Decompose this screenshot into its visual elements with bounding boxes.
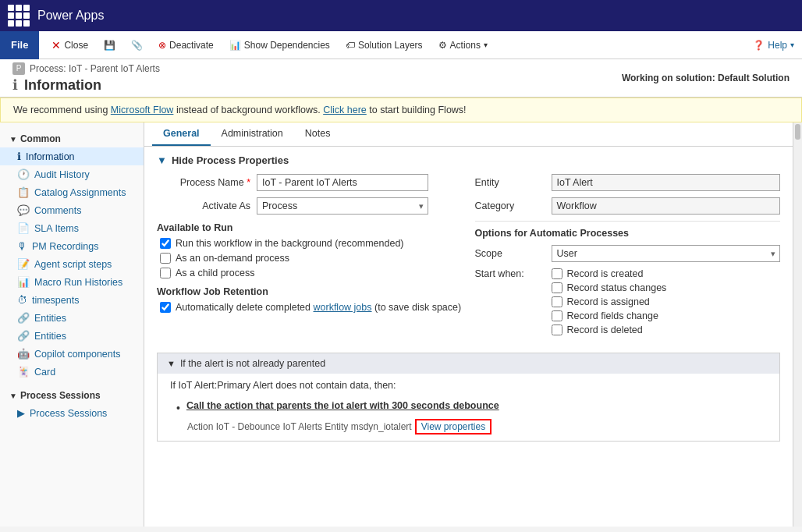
record-assigned-label: Record is assigned — [567, 296, 650, 307]
checkbox-background-row: Run this workflow in the background (rec… — [157, 238, 463, 249]
process-sessions-collapse-icon: ▼ — [9, 392, 17, 400]
file-button[interactable]: File — [0, 31, 39, 59]
entities1-icon: 🔗 — [17, 312, 30, 324]
actions-button[interactable]: ⚙ Actions ▾ — [431, 37, 495, 54]
checkbox-child-row: As a child process — [157, 268, 463, 278]
record-deleted-checkbox[interactable] — [552, 325, 562, 335]
entity-label: Entity — [475, 177, 545, 188]
start-when-checkboxes: Record is created Record status changes … — [552, 268, 667, 339]
sidebar-item-information[interactable]: ℹ Information — [0, 147, 144, 165]
tabs-bar: General Administration Notes — [144, 122, 793, 147]
workflow-condition-header[interactable]: ▼ If the alert is not already parented — [158, 353, 779, 374]
attachment-btn[interactable]: 📎 — [123, 37, 151, 54]
workflow-condition-text: If IoT Alert:Primary Alert does not cont… — [170, 380, 767, 391]
background-workflow-checkbox[interactable] — [160, 238, 171, 249]
main-layout: ▼ Common ℹ Information 🕐 Audit History 📋… — [0, 122, 802, 527]
child-process-checkbox[interactable] — [160, 268, 171, 278]
on-demand-checkbox[interactable] — [160, 253, 171, 264]
attachment-icon: 📎 — [131, 40, 143, 51]
sidebar-item-comments[interactable]: 💬 Comments — [0, 201, 144, 219]
record-fields-label: Record fields change — [567, 310, 658, 321]
breadcrumb-area: P Process: IoT - Parent IoT Alerts ℹ Inf… — [12, 62, 160, 94]
sidebar-item-audit-history[interactable]: 🕐 Audit History — [0, 165, 144, 183]
hide-process-properties-header[interactable]: ▼ Hide Process Properties — [157, 154, 780, 166]
auto-delete-checkbox[interactable] — [160, 302, 171, 313]
page-header: P Process: IoT - Parent IoT Alerts ℹ Inf… — [0, 59, 802, 98]
view-properties-button[interactable]: View properties — [415, 419, 492, 434]
sidebar-item-entities-2[interactable]: 🔗 Entities — [0, 327, 144, 345]
available-to-run-label: Available to Run — [157, 222, 463, 233]
sidebar-item-pm-recordings[interactable]: 🎙 PM Recordings — [0, 237, 144, 255]
scope-select[interactable]: User — [552, 245, 781, 262]
sidebar-item-process-sessions[interactable]: ▶ Process Sessions — [0, 404, 144, 422]
working-on-solution: Working on solution: Default Solution — [622, 73, 790, 83]
help-button[interactable]: ❓ Help ▾ — [745, 37, 802, 54]
record-fields-checkbox[interactable] — [552, 310, 562, 321]
breadcrumb: P Process: IoT - Parent IoT Alerts — [12, 62, 160, 75]
start-when-row: Start when: Record is created Record sta… — [475, 268, 781, 339]
entity-value: IoT Alert — [552, 174, 781, 191]
app-grid-icon[interactable] — [8, 5, 30, 27]
sidebar-item-copilot-components[interactable]: 🤖 Copilot components — [0, 345, 144, 363]
tab-notes[interactable]: Notes — [294, 122, 342, 146]
common-collapse-icon: ▼ — [9, 135, 17, 144]
sidebar-item-macro-run-histories[interactable]: 📊 Macro Run Histories — [0, 273, 144, 291]
sidebar-item-catalog-assignments[interactable]: 📋 Catalog Assignments — [0, 183, 144, 201]
workflow-jobs-link[interactable]: workflow jobs — [314, 302, 372, 313]
action-bullet: • — [176, 402, 180, 414]
solution-layers-button[interactable]: 🏷 Solution Layers — [338, 37, 431, 54]
process-name-input[interactable] — [257, 174, 428, 191]
timespents-icon: ⏱ — [17, 294, 27, 306]
workflow-job-retention-section: Workflow Job Retention Automatically del… — [157, 286, 463, 313]
deactivate-icon: ⊗ — [158, 40, 166, 51]
record-created-checkbox[interactable] — [552, 268, 562, 279]
sidebar-item-entities-1[interactable]: 🔗 Entities — [0, 309, 144, 327]
page-title-row: ℹ Information — [12, 76, 160, 94]
form-area: ▼ Hide Process Properties Process Name A… — [144, 147, 793, 527]
process-name-row: Process Name — [157, 174, 463, 191]
sidebar-item-sla-items[interactable]: 📄 SLA Items — [0, 219, 144, 237]
activate-as-select-wrapper: Process — [257, 197, 428, 215]
top-bar: Power Apps — [0, 0, 802, 31]
save-icon-btn[interactable]: 💾 — [96, 37, 123, 54]
agent-script-icon: 📝 — [17, 258, 30, 270]
scrollbar-track[interactable] — [793, 122, 802, 527]
actions-icon: ⚙ — [438, 40, 447, 51]
category-row: Category Workflow — [475, 197, 781, 215]
tab-administration[interactable]: Administration — [211, 122, 294, 146]
tab-general[interactable]: General — [152, 122, 211, 146]
workflow-action-row: • Call the action that parents the iot a… — [170, 397, 767, 417]
sidebar-section-process-sessions: ▼ Process Sessions — [0, 385, 144, 404]
sidebar-item-agent-script-steps[interactable]: 📝 Agent script steps — [0, 255, 144, 273]
record-assigned-checkbox[interactable] — [552, 296, 562, 307]
activate-as-select[interactable]: Process — [257, 197, 428, 215]
options-title: Options for Automatic Processes — [475, 228, 781, 239]
save-icon: 💾 — [104, 40, 115, 51]
copilot-icon: 🤖 — [17, 348, 30, 360]
process-icon: P — [12, 62, 25, 75]
process-name-label: Process Name — [157, 177, 250, 188]
app-title: Power Apps — [37, 9, 104, 23]
show-dependencies-button[interactable]: 📊 Show Dependencies — [222, 37, 338, 54]
activate-as-row: Activate As Process — [157, 197, 463, 215]
start-when-fields: Record fields change — [552, 310, 667, 321]
show-dependencies-icon: 📊 — [229, 40, 241, 51]
sidebar-item-timespents[interactable]: ⏱ timespents — [0, 291, 144, 309]
page-title: Information — [24, 77, 101, 94]
close-button[interactable]: ✕ Close — [44, 36, 96, 55]
scope-label: Scope — [475, 248, 545, 259]
record-status-checkbox[interactable] — [552, 282, 562, 293]
deactivate-button[interactable]: ⊗ Deactivate — [151, 37, 222, 54]
click-here-link[interactable]: Click here — [323, 105, 367, 115]
child-process-label: As a child process — [176, 268, 254, 278]
section-collapse-icon: ▼ — [157, 154, 167, 166]
start-when-label: Start when: — [475, 268, 545, 279]
help-icon: ❓ — [753, 40, 765, 51]
macro-run-icon: 📊 — [17, 276, 30, 288]
microsoft-flow-link[interactable]: Microsoft Flow — [111, 105, 174, 115]
start-when-status: Record status changes — [552, 282, 667, 293]
ribbon-actions: ✕ Close 💾 📎 ⊗ Deactivate 📊 Show Dependen… — [39, 36, 745, 55]
record-created-label: Record is created — [567, 268, 644, 279]
workflow-action-text: Call the action that parents the iot ale… — [186, 400, 499, 411]
sidebar-item-card[interactable]: 🃏 Card — [0, 363, 144, 381]
